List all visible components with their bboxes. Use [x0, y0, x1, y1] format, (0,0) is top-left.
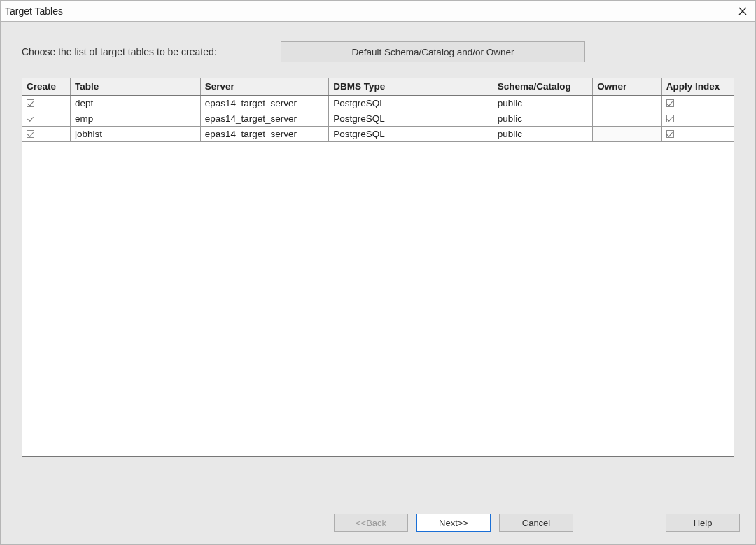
checkbox-icon[interactable] [666, 115, 674, 122]
table-row[interactable]: jobhist epas14_target_server PostgreSQL … [22, 126, 734, 141]
close-icon[interactable] [736, 4, 750, 18]
content-area: Choose the list of target tables to be c… [1, 22, 755, 465]
checkbox-icon[interactable] [27, 115, 34, 122]
cell-schema[interactable]: public [493, 111, 593, 126]
window-title: Target Tables [5, 6, 63, 17]
table-row[interactable]: emp epas14_target_server PostgreSQL publ… [22, 111, 734, 126]
cell-owner[interactable] [593, 95, 662, 111]
top-row: Choose the list of target tables to be c… [22, 41, 734, 62]
cell-schema[interactable]: public [493, 126, 593, 141]
cell-create[interactable] [22, 95, 71, 111]
col-header-owner[interactable]: Owner [593, 78, 662, 95]
grid-table: Create Table Server DBMS Type Schema/Cat… [22, 78, 734, 142]
target-tables-grid: Create Table Server DBMS Type Schema/Cat… [22, 78, 734, 457]
cell-apply[interactable] [662, 126, 734, 141]
cell-dbms[interactable]: PostgreSQL [329, 95, 493, 111]
grid-header-row: Create Table Server DBMS Type Schema/Cat… [22, 78, 734, 95]
cell-owner[interactable] [593, 111, 662, 126]
cell-apply[interactable] [662, 95, 734, 111]
titlebar: Target Tables [1, 1, 755, 22]
back-button[interactable]: <<Back [334, 514, 408, 532]
cell-table[interactable]: emp [71, 111, 201, 126]
checkbox-icon[interactable] [27, 99, 34, 107]
cell-owner-editing[interactable] [593, 126, 662, 141]
cell-apply[interactable] [662, 111, 734, 126]
cell-dbms[interactable]: PostgreSQL [329, 126, 493, 141]
col-header-table[interactable]: Table [71, 78, 201, 95]
col-header-server[interactable]: Server [200, 78, 329, 95]
footer-bar: <<Back Next>> Cancel Help [1, 501, 755, 544]
cell-table[interactable]: jobhist [71, 126, 201, 141]
next-button[interactable]: Next>> [416, 514, 491, 532]
cell-server[interactable]: epas14_target_server [200, 126, 329, 141]
cell-create[interactable] [22, 126, 71, 141]
checkbox-icon[interactable] [666, 99, 674, 107]
default-schema-button[interactable]: Default Schema/Catalog and/or Owner [281, 41, 585, 62]
cell-server[interactable]: epas14_target_server [200, 111, 329, 126]
instruction-label: Choose the list of target tables to be c… [22, 46, 281, 57]
cell-server[interactable]: epas14_target_server [200, 95, 329, 111]
cell-schema[interactable]: public [493, 95, 593, 111]
col-header-create[interactable]: Create [22, 78, 71, 95]
cancel-button[interactable]: Cancel [499, 514, 573, 532]
col-header-schema[interactable]: Schema/Catalog [493, 78, 593, 95]
checkbox-icon[interactable] [666, 130, 674, 138]
checkbox-icon[interactable] [27, 130, 34, 138]
cell-create[interactable] [22, 111, 71, 126]
table-row[interactable]: dept epas14_target_server PostgreSQL pub… [22, 95, 734, 111]
col-header-dbms[interactable]: DBMS Type [329, 78, 493, 95]
col-header-apply[interactable]: Apply Index [662, 78, 734, 95]
help-button[interactable]: Help [666, 514, 740, 532]
cell-table[interactable]: dept [71, 95, 201, 111]
cell-dbms[interactable]: PostgreSQL [329, 111, 493, 126]
dialog-window: Target Tables Choose the list of target … [0, 0, 756, 545]
